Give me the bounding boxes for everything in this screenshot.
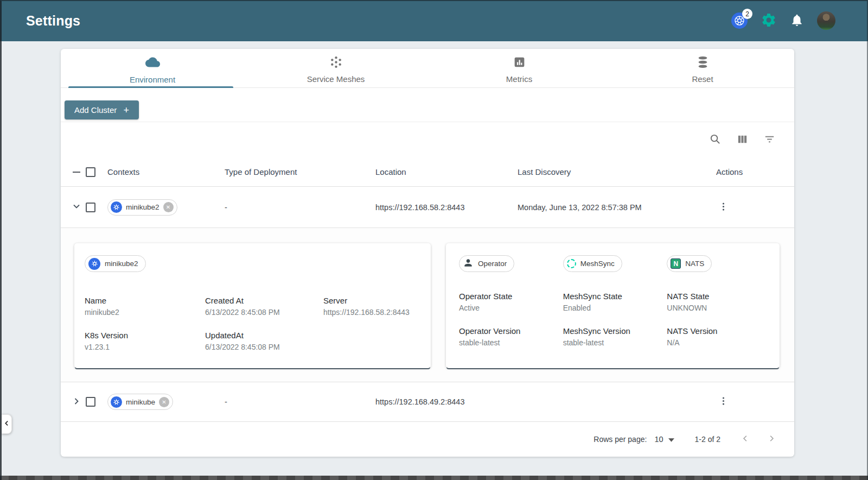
notifications-button[interactable] (790, 13, 804, 29)
context-chip[interactable]: minikube2 (107, 199, 177, 216)
settings-card: Environment Service Meshes (61, 49, 794, 457)
column-header-contexts[interactable]: Contexts (107, 167, 225, 176)
kubernetes-icon (88, 258, 100, 270)
tab-environment[interactable]: Environment (61, 49, 244, 87)
row-detail-panel: minikube2 Name minikube2 Created At 6/13… (61, 228, 794, 382)
field-server: Server https://192.168.58.2:8443 (323, 296, 420, 317)
context-chip-label: minikube2 (126, 203, 159, 211)
delete-context-button[interactable] (163, 202, 174, 212)
rows-per-page-select[interactable]: 10 (654, 435, 674, 444)
operator-detail-card: Operator MeshSync NATS Operator State Ac… (446, 243, 780, 368)
nats-chip[interactable]: NATS (667, 255, 712, 272)
field-label: K8s Version (85, 331, 205, 340)
context-chip[interactable]: minikube (107, 394, 173, 410)
operator-chips-row: Operator MeshSync NATS (459, 255, 771, 272)
field-k8s-version: K8s Version v1.23.1 (85, 331, 205, 351)
deployment-cell: - (225, 397, 375, 406)
row-checkbox[interactable] (86, 203, 95, 212)
bar-chart-icon (513, 55, 526, 71)
context-count-badge: 2 (742, 9, 752, 19)
delete-context-button[interactable] (159, 397, 169, 407)
previous-page-button[interactable] (740, 433, 750, 445)
row-actions-button[interactable] (716, 199, 731, 216)
filter-icon (763, 133, 776, 147)
meshsync-chip-label: MeshSync (580, 260, 615, 268)
column-header-location[interactable]: Location (375, 167, 518, 176)
meshsync-chip[interactable]: MeshSync (563, 255, 622, 272)
field-updated-at: UpdatedAt 6/13/2022 8:45:08 PM (205, 331, 323, 351)
next-page-button[interactable] (767, 433, 777, 445)
settings-tabs: Environment Service Meshes (61, 49, 794, 88)
select-all-checkbox[interactable] (86, 167, 95, 177)
bell-icon (790, 13, 804, 29)
cluster-chip-label: minikube2 (105, 260, 138, 268)
field-label: NATS State (667, 292, 771, 301)
row-checkbox[interactable] (86, 397, 95, 407)
column-header-deployment[interactable]: Type of Deployment (225, 167, 375, 176)
nats-chip-label: NATS (685, 260, 704, 268)
field-value: 6/13/2022 8:45:08 PM (205, 308, 323, 317)
field-created-at: Created At 6/13/2022 8:45:08 PM (205, 296, 323, 317)
kubernetes-icon (111, 396, 122, 408)
page-title: Settings (26, 13, 80, 29)
meshery-settings-button[interactable] (761, 12, 777, 30)
mesh-icon (329, 55, 343, 71)
field-value: stable-latest (563, 338, 667, 347)
table-header-row: Contexts Type of Deployment Location Las… (61, 157, 794, 187)
field-value: Enabled (563, 304, 667, 312)
tab-service-meshes-label: Service Meshes (307, 74, 365, 84)
chevron-left-icon (3, 420, 10, 428)
tab-reset[interactable]: Reset (611, 49, 794, 87)
column-header-actions: Actions (709, 167, 794, 176)
chevron-down-icon (71, 201, 82, 213)
collapse-row-button[interactable] (67, 199, 86, 216)
kubernetes-context-button[interactable]: 2 (731, 12, 748, 29)
deployment-cell: - (225, 203, 375, 212)
field-value: https://192.168.58.2:8443 (323, 308, 420, 317)
field-value: minikube2 (85, 308, 205, 317)
location-cell: https://192.168.58.2:8443 (375, 203, 518, 212)
field-meshsync-version: MeshSync Version stable-latest (563, 326, 667, 347)
active-tab-indicator (68, 86, 233, 88)
filter-button[interactable] (763, 133, 776, 147)
last-discovery-cell: Monday, June 13, 2022 8:57:38 PM (518, 203, 709, 212)
add-cluster-row: Add Cluster + (61, 88, 794, 122)
tab-metrics[interactable]: Metrics (427, 49, 611, 87)
operator-chip[interactable]: Operator (459, 255, 514, 272)
collapse-all-button[interactable] (67, 169, 86, 175)
add-cluster-label: Add Cluster (74, 105, 117, 115)
operator-chip-label: Operator (478, 260, 507, 268)
kebab-icon (718, 396, 729, 408)
context-chip-label: minikube (126, 398, 155, 406)
field-label: Created At (205, 296, 323, 305)
tab-reset-label: Reset (692, 74, 713, 84)
field-value: UNKNOWN (667, 304, 771, 312)
plus-icon: + (123, 106, 129, 114)
field-label: UpdatedAt (205, 331, 323, 340)
chevron-right-icon (767, 433, 777, 445)
rows-per-page-value: 10 (654, 435, 663, 444)
table-footer: Rows per page: 10 1-2 of 2 (61, 422, 794, 457)
field-label: NATS Version (667, 326, 771, 336)
column-header-last-discovery[interactable]: Last Discovery (518, 167, 709, 176)
field-operator-version: Operator Version stable-latest (459, 326, 563, 347)
meshsync-icon (567, 259, 576, 268)
search-button[interactable] (709, 133, 722, 147)
gear-icon (761, 12, 777, 30)
chevron-right-icon (71, 396, 82, 408)
view-columns-button[interactable] (736, 133, 749, 147)
cluster-chip[interactable]: minikube2 (85, 255, 146, 272)
nats-icon (671, 258, 681, 269)
location-cell: https://192.168.49.2:8443 (375, 397, 518, 406)
add-cluster-button[interactable]: Add Cluster + (65, 100, 139, 119)
tab-service-meshes[interactable]: Service Meshes (244, 49, 427, 87)
cluster-detail-card: minikube2 Name minikube2 Created At 6/13… (74, 243, 431, 368)
window-edge (0, 476, 868, 480)
row-actions-button[interactable] (716, 394, 731, 410)
cloud-icon (145, 55, 160, 71)
field-value: Active (459, 304, 563, 312)
database-icon (696, 55, 710, 71)
user-avatar[interactable] (817, 11, 835, 30)
sidebar-collapse-toggle[interactable] (2, 414, 12, 434)
expand-row-button[interactable] (67, 394, 86, 410)
